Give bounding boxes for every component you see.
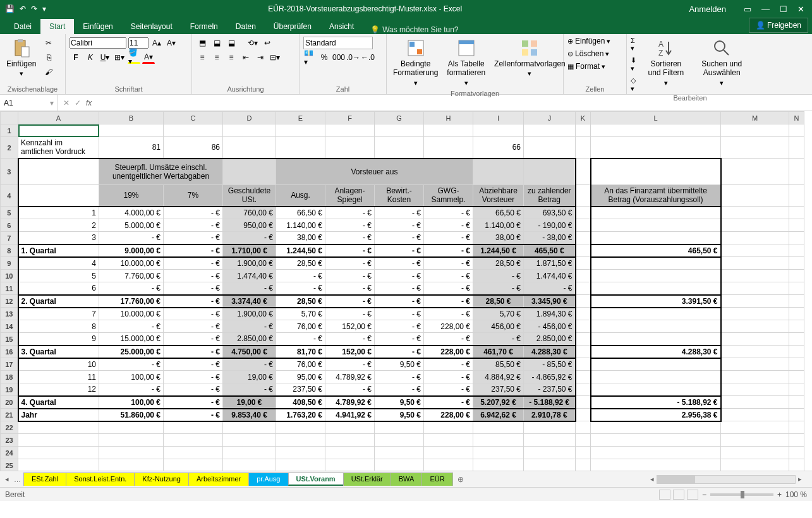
cell[interactable]: [721, 421, 789, 434]
cell[interactable]: [721, 346, 789, 358]
row-header[interactable]: 15: [1, 333, 18, 346]
row-header[interactable]: 12: [1, 295, 18, 308]
merge-icon[interactable]: ⊟▾: [269, 51, 281, 64]
cell[interactable]: 19,00 €: [223, 396, 276, 409]
cell[interactable]: [721, 320, 789, 333]
sheet-tab-USt.Erklär[interactable]: USt.Erklär: [343, 473, 391, 486]
cell[interactable]: - 237,50 €: [524, 383, 576, 396]
decrease-indent-icon[interactable]: ⇤: [239, 51, 252, 64]
cell[interactable]: - 190,00 €: [524, 219, 576, 232]
spreadsheet-grid[interactable]: ABCDEFGHIJKLMN 1 2Kennzahl im amtlichen …: [0, 111, 812, 471]
cell[interactable]: [591, 447, 721, 459]
align-right-icon[interactable]: ≡: [225, 51, 238, 64]
cell[interactable]: [789, 333, 804, 346]
cell[interactable]: - €: [524, 282, 576, 295]
cell[interactable]: - €: [164, 409, 223, 421]
cell[interactable]: - €: [325, 383, 375, 396]
wrap-text-icon[interactable]: ↩: [261, 37, 274, 49]
cell[interactable]: 5: [18, 270, 99, 282]
cell[interactable]: 15.000,00 €: [99, 333, 164, 346]
cell[interactable]: [789, 282, 804, 295]
cell[interactable]: [524, 421, 576, 434]
cell[interactable]: - €: [375, 308, 424, 320]
cell[interactable]: [576, 207, 591, 219]
percent-icon[interactable]: %: [318, 51, 330, 64]
ribbon-options-icon[interactable]: ▭: [744, 4, 751, 14]
cell[interactable]: [99, 421, 164, 434]
minimize-icon[interactable]: —: [761, 4, 770, 14]
cell[interactable]: [789, 421, 804, 434]
cell[interactable]: 38,00 €: [473, 232, 524, 244]
cell[interactable]: 465,50 €: [524, 244, 576, 257]
cell[interactable]: 2.956,38 €: [591, 409, 721, 421]
cell[interactable]: [721, 383, 789, 396]
row-header[interactable]: 25: [1, 459, 18, 471]
cell[interactable]: [721, 358, 789, 371]
cell[interactable]: [325, 447, 375, 459]
cell[interactable]: - €: [424, 371, 473, 383]
cell[interactable]: - €: [375, 244, 424, 257]
cell[interactable]: 76,00 €: [276, 320, 325, 333]
number-format-select[interactable]: Standard: [303, 37, 373, 49]
cell[interactable]: [473, 434, 524, 447]
cell[interactable]: - €: [164, 320, 223, 333]
tab-nav-first[interactable]: ◂: [3, 475, 11, 483]
cell[interactable]: [164, 459, 223, 471]
cell[interactable]: [576, 371, 591, 383]
row-header[interactable]: 19: [1, 383, 18, 396]
cell[interactable]: [789, 308, 804, 320]
cell[interactable]: [721, 282, 789, 295]
cell[interactable]: 461,70 €: [473, 346, 524, 358]
cell[interactable]: 456,00 €: [473, 320, 524, 333]
increase-decimal-icon[interactable]: .0→: [347, 51, 360, 64]
cell[interactable]: 5,70 €: [473, 308, 524, 320]
cell[interactable]: 237,50 €: [276, 383, 325, 396]
cell[interactable]: [576, 270, 591, 282]
zoom-slider[interactable]: [710, 493, 773, 496]
cell[interactable]: [424, 434, 473, 447]
cell[interactable]: - €: [164, 371, 223, 383]
cell[interactable]: [721, 333, 789, 346]
cell[interactable]: - €: [223, 358, 276, 371]
cell[interactable]: - €: [325, 270, 375, 282]
cell[interactable]: [789, 459, 804, 471]
col-K[interactable]: K: [576, 112, 591, 124]
cell[interactable]: - €: [424, 270, 473, 282]
cell[interactable]: [223, 447, 276, 459]
font-size-input[interactable]: [128, 37, 148, 49]
cell[interactable]: 4.288,30 €: [591, 346, 721, 358]
cell[interactable]: [424, 421, 473, 434]
cell[interactable]: 5.000,00 €: [99, 219, 164, 232]
cell[interactable]: 1.244,50 €: [276, 244, 325, 257]
cell[interactable]: - €: [164, 270, 223, 282]
cell[interactable]: - €: [164, 219, 223, 232]
cell[interactable]: [576, 459, 591, 471]
cell[interactable]: - €: [223, 320, 276, 333]
cell[interactable]: - 5.188,92 €: [591, 396, 721, 409]
cell[interactable]: [721, 244, 789, 257]
cell[interactable]: - €: [375, 207, 424, 219]
name-box[interactable]: A1▾: [0, 95, 58, 111]
cell[interactable]: [524, 459, 576, 471]
cell[interactable]: - €: [375, 371, 424, 383]
cell[interactable]: [576, 232, 591, 244]
cell[interactable]: 3.345,90 €: [524, 295, 576, 308]
row-header[interactable]: 20: [1, 396, 18, 409]
cell[interactable]: [789, 358, 804, 371]
sheet-tab-EÜR[interactable]: EÜR: [421, 473, 452, 486]
copy-icon[interactable]: ⎘: [42, 51, 55, 64]
col-F[interactable]: F: [325, 112, 375, 124]
tab-ueberpruefen[interactable]: Überprüfen: [265, 19, 320, 34]
cell[interactable]: [473, 447, 524, 459]
cell[interactable]: [591, 421, 721, 434]
cell[interactable]: 9.853,40 €: [223, 409, 276, 421]
cell[interactable]: [524, 434, 576, 447]
cell[interactable]: [576, 383, 591, 396]
qat-dropdown-icon[interactable]: ▾: [42, 4, 46, 13]
cell[interactable]: 2. Quartal: [18, 295, 99, 308]
col-C[interactable]: C: [164, 112, 223, 124]
cell[interactable]: [99, 434, 164, 447]
cell[interactable]: [223, 459, 276, 471]
fill-color-icon[interactable]: 🪣▾: [128, 51, 140, 64]
col-L[interactable]: L: [591, 112, 721, 124]
